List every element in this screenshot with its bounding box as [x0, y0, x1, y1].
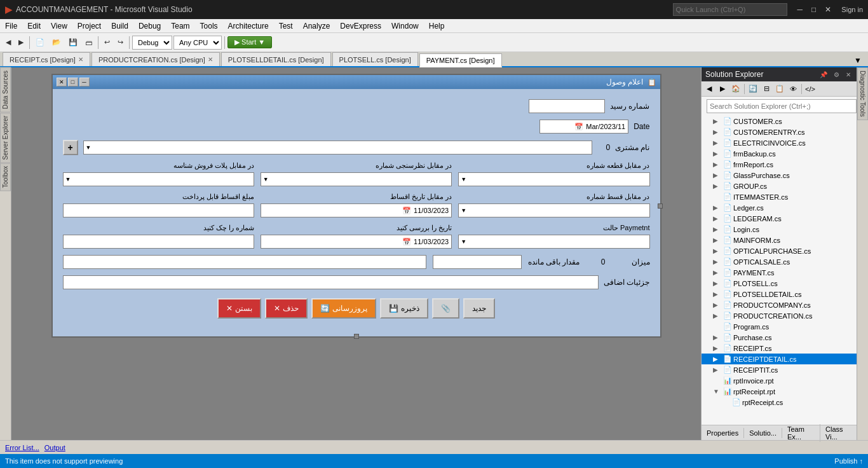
col2-dropdown[interactable]: ▼ [261, 172, 452, 186]
menu-project[interactable]: Project [72, 20, 106, 32]
se-item-receiptit[interactable]: ▶ 📄 RECEIPTIT.cs [702, 364, 857, 375]
delete-button[interactable]: ✕ حذف [265, 298, 308, 319]
col3-dropdown[interactable]: ▼ [63, 172, 254, 186]
date-picker[interactable]: 11/Mar/2023 📅 [539, 120, 628, 134]
remaining-input[interactable] [433, 255, 522, 269]
se-item-rptinvoice[interactable]: 📊 rptInvoice.rpt [702, 375, 857, 386]
menu-edit[interactable]: Edit [22, 20, 46, 32]
menu-view[interactable]: View [46, 20, 72, 32]
se-item-login[interactable]: ▶ 📄 Login.cs [702, 224, 857, 235]
se-item-purchase[interactable]: ▶ 📄 Purchase.cs [702, 332, 857, 343]
check-no-input[interactable] [63, 235, 254, 249]
menu-debug[interactable]: Debug [133, 20, 166, 32]
attach-button[interactable]: 📎 [432, 298, 459, 319]
se-close-button[interactable]: ✕ [844, 71, 853, 79]
se-item-customerentry[interactable]: ▶ 📄 CUSTOMERENTRY.cs [702, 127, 857, 137]
payment-status-dropdown[interactable]: ▼ [458, 235, 649, 249]
se-tb-refresh[interactable]: 🔄 [747, 83, 759, 95]
tab-receipt-design[interactable]: RECEIPT.cs [Design] ✕ [3, 52, 90, 66]
menu-tools[interactable]: Tools [195, 20, 223, 32]
check-cal-icon[interactable]: 📅 [402, 238, 411, 246]
resize-handle-right[interactable] [658, 203, 663, 209]
save-all-button[interactable]: 🗃 [82, 37, 95, 48]
instalment-amount-input[interactable] [63, 203, 254, 217]
se-item-electricinvoice[interactable]: ▶ 📄 ELECTRICINVOICE.cs [702, 137, 857, 148]
se-item-plotselldetail[interactable]: ▶ 📄 PLOTSELLDETAIL.cs [702, 289, 857, 299]
form-minimize-button[interactable]: ─ [79, 78, 90, 86]
save-button[interactable]: 💾 [65, 36, 81, 48]
tab-overflow-button[interactable]: ▼ [850, 55, 865, 66]
se-item-mainform[interactable]: ▶ 📄 MAINFORM.cs [702, 235, 857, 245]
se-item-payment[interactable]: ▶ 📄 PAYMENT.cs [702, 267, 857, 278]
se-item-ledgeram[interactable]: ▶ 📄 LEDGERAM.cs [702, 213, 857, 224]
menu-team[interactable]: Team [166, 20, 194, 32]
close-window-button[interactable]: ✕ [821, 4, 835, 15]
redo-button[interactable]: ↪ [114, 36, 126, 48]
menu-architecture[interactable]: Architecture [223, 20, 274, 32]
se-item-glasspurchase[interactable]: ▶ 📄 GlassPurchase.cs [702, 170, 857, 181]
data-sources-panel[interactable]: Data Sources [0, 67, 11, 113]
new-file-button[interactable]: 📄 [32, 36, 48, 48]
start-button[interactable]: ▶ Start ▼ [227, 36, 272, 48]
menu-build[interactable]: Build [106, 20, 133, 32]
resize-handle-bottom[interactable] [354, 334, 359, 339]
minimize-button[interactable]: ─ [794, 4, 807, 15]
menu-help[interactable]: Help [424, 20, 450, 32]
se-item-ledger[interactable]: ▶ 📄 Ledger.cs [702, 202, 857, 213]
open-button[interactable]: 📂 [49, 36, 64, 48]
quick-launch-input[interactable] [673, 3, 787, 16]
se-item-frmbackup[interactable]: ▶ 📄 frmBackup.cs [702, 148, 857, 159]
undo-button[interactable]: ↩ [101, 36, 113, 48]
se-tb-props[interactable]: 📋 [773, 83, 786, 95]
se-footer-solution[interactable]: Solutio... [744, 428, 782, 438]
se-tb-forward[interactable]: ▶ [716, 83, 729, 95]
maximize-button[interactable]: □ [808, 4, 820, 15]
se-search-input[interactable] [707, 99, 857, 113]
se-item-itemmaster[interactable]: 📄 ITEMMASTER.cs [702, 191, 857, 202]
server-explorer-panel[interactable]: Server Explorer [0, 113, 11, 163]
se-footer-classview[interactable]: Class Vi... [820, 424, 857, 442]
toolbox-panel[interactable]: Toolbox [0, 163, 11, 191]
se-item-plotsell[interactable]: ▶ 📄 PLOTSELL.cs [702, 278, 857, 289]
new-record-button[interactable]: جدید [463, 298, 495, 319]
error-list-tab[interactable]: Error List... [5, 444, 39, 451]
date-calendar-icon[interactable]: 📅 [574, 123, 583, 131]
se-settings-button[interactable]: ⚙ [832, 71, 841, 79]
se-footer-properties[interactable]: Properties [702, 428, 744, 438]
col1-dropdown[interactable]: ▼ [458, 172, 649, 186]
tab-productcreation-design[interactable]: PRODUCTCREATION.cs [Design] ✕ [92, 52, 220, 66]
tab-payment-design[interactable]: PAYMENT.cs [Design] [419, 53, 502, 67]
back-button[interactable]: ◀ [3, 36, 14, 48]
tab-plotsell-design[interactable]: PLOTSELL.cs [Design] [332, 52, 418, 66]
instalment-cal-icon[interactable]: 📅 [402, 207, 411, 215]
tab-productcreation-close[interactable]: ✕ [208, 56, 213, 63]
se-item-opticalsale[interactable]: ▶ 📄 OPTICALSALE.cs [702, 256, 857, 267]
menu-file[interactable]: File [0, 20, 22, 32]
se-tb-home[interactable]: 🏠 [729, 83, 742, 95]
instalment-no-dropdown[interactable]: ▼ [458, 203, 649, 217]
add-customer-button[interactable]: + [63, 140, 78, 155]
balance-input2[interactable] [63, 255, 426, 269]
check-date-picker[interactable]: 11/03/2023 📅 [261, 235, 452, 249]
instalment-date-picker[interactable]: 11/03/2023 📅 [261, 203, 452, 217]
se-tb-code[interactable]: </> [804, 83, 817, 95]
build-config-dropdown[interactable]: Debug [132, 36, 172, 50]
se-item-productcompany[interactable]: ▶ 📄 PRODUCTCOMPANY.cs [702, 299, 857, 310]
customer-dropdown[interactable]: ▼ [83, 141, 593, 155]
menu-analyze[interactable]: Analyze [298, 20, 336, 32]
forward-button[interactable]: ▶ [15, 36, 27, 48]
se-item-customer[interactable]: ▶ 📄 CUSTOMER.cs [702, 116, 857, 127]
save-form-button[interactable]: 💾 ذخیره [380, 298, 428, 319]
se-item-receiptdetail[interactable]: ▶ 📄 RECEIPTDETAIL.cs [702, 354, 857, 364]
se-item-group[interactable]: ▶ 📄 GROUP.cs [702, 181, 857, 191]
se-item-opticalpurchase[interactable]: ▶ 📄 OPTICALPURCHASE.cs [702, 245, 857, 256]
se-item-receipt[interactable]: ▶ 📄 RECEIPT.cs [702, 343, 857, 354]
update-button[interactable]: 🔄 پروزرسانی [311, 298, 376, 319]
signin-link[interactable]: Sign in [841, 6, 863, 13]
se-tb-collapse[interactable]: ⊟ [760, 83, 773, 95]
se-item-program[interactable]: 📄 Program.cs [702, 321, 857, 332]
se-tb-show-all[interactable]: 👁 [787, 83, 799, 95]
close-form-button[interactable]: ✕ بستن [217, 298, 261, 319]
tab-receipt-close[interactable]: ✕ [78, 56, 83, 63]
output-tab[interactable]: Output [44, 444, 65, 451]
